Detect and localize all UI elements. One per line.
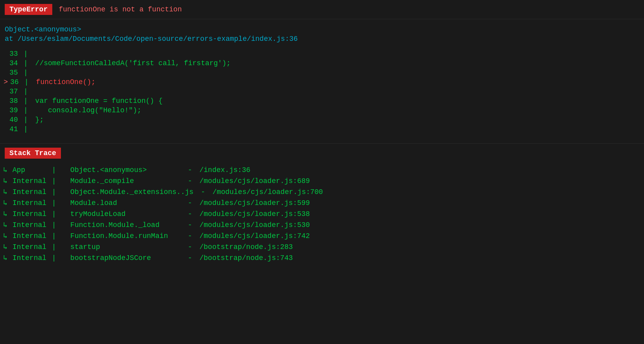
stack-entry-path: /modules/cjs/loader.js:700 [213, 188, 323, 196]
stack-entry-func: tryModuleLoad [70, 210, 180, 218]
stack-entry-separator: - [184, 243, 196, 251]
line-pipe: | [24, 106, 32, 114]
line-marker: > [0, 78, 8, 86]
stack-entry-func: startup [70, 243, 180, 251]
line-pipe: | [24, 78, 33, 86]
stack-arrow-icon: ↳ [3, 176, 12, 185]
stack-entry-pipe: | [52, 221, 69, 229]
line-number: 37 [8, 88, 24, 95]
stack-entry-separator: - [184, 166, 196, 174]
stack-entry-separator: - [184, 232, 196, 240]
stack-entry-pipe: | [52, 232, 69, 240]
line-marker [0, 116, 8, 124]
stack-entry-type: Internal [13, 254, 52, 262]
line-pipe: | [24, 125, 32, 133]
stack-entry-func: Function.Module.runMain [70, 232, 180, 240]
stack-entry-type: Internal [13, 199, 52, 207]
stack-arrow-icon: ↳ [3, 242, 12, 251]
stack-arrow-icon: ↳ [3, 231, 12, 240]
line-number: 33 [8, 50, 24, 58]
stack-entry-type: Internal [13, 188, 52, 196]
code-line: 34| //someFunctionCalledA('first call, f… [0, 59, 644, 68]
code-line: 33| [0, 49, 644, 59]
stack-entry-func: Module._compile [70, 177, 180, 185]
line-marker [0, 50, 8, 58]
error-header: TypeError functionOne is not a function [0, 0, 644, 19]
code-line: 37| [0, 87, 644, 96]
code-line: 41| [0, 124, 644, 134]
line-pipe: | [24, 116, 32, 124]
stack-arrow-icon: ↳ [3, 198, 12, 207]
stack-entry-separator: - [184, 199, 196, 207]
stack-entry-type: Internal [13, 177, 52, 185]
line-number: 34 [8, 59, 24, 67]
stack-entry-separator: - [184, 254, 196, 262]
stack-entry-path: /index.js:36 [199, 166, 250, 174]
line-content: //someFunctionCalledA('first call, first… [35, 59, 231, 67]
stack-arrow-icon: ↳ [3, 253, 12, 262]
code-line: >36| functionOne(); [0, 77, 644, 87]
line-marker [0, 106, 8, 114]
stack-entry-pipe: | [52, 210, 69, 218]
line-marker [0, 69, 8, 77]
stack-entries: ↳ App| Object.<anonymous> - /index.js:36… [0, 163, 644, 265]
line-content: functionOne(); [36, 78, 96, 86]
stack-entry-func: Function.Module._load [70, 221, 180, 229]
code-line: 39| console.log("Hello!"); [0, 106, 644, 115]
line-marker [0, 125, 8, 133]
line-number: 38 [8, 97, 24, 105]
stack-entry-func: Module.load [70, 199, 180, 207]
stack-entry: ↳ Internal| Function.Module.runMain - /m… [0, 230, 644, 241]
stack-entry-path: /bootstrap/node.js:283 [199, 243, 293, 251]
stack-entry: ↳ App| Object.<anonymous> - /index.js:36 [0, 164, 644, 175]
stack-entry-pipe: | [52, 188, 69, 196]
stack-entry-func: bootstrapNodeJSCore [70, 254, 180, 262]
stack-entry-type: App [13, 166, 52, 174]
line-pipe: | [24, 69, 32, 77]
line-number: 39 [8, 106, 24, 114]
code-line: 38| var functionOne = function() { [0, 96, 644, 106]
line-content: var functionOne = function() { [35, 97, 163, 105]
line-marker [0, 88, 8, 95]
line-number: 35 [8, 69, 24, 77]
stack-entry: ↳ Internal| bootstrapNodeJSCore - /boots… [0, 252, 644, 263]
stack-entry-func: Object.Module._extensions..js [70, 188, 193, 196]
line-number: 41 [8, 125, 24, 133]
error-type-badge: TypeError [5, 4, 52, 15]
stack-entry-path: /bootstrap/node.js:743 [199, 254, 293, 262]
line-number: 36 [9, 78, 24, 86]
stack-trace-badge: Stack Trace [5, 148, 61, 159]
stack-entry: ↳ Internal| Function.Module._load - /mod… [0, 219, 644, 230]
line-pipe: | [24, 97, 32, 105]
stack-entry-type: Internal [13, 232, 52, 240]
stack-entry-separator: - [184, 210, 196, 218]
line-pipe: | [24, 88, 32, 95]
stack-entry-pipe: | [52, 166, 69, 174]
line-pipe: | [24, 59, 32, 67]
stack-entry-path: /modules/cjs/loader.js:742 [199, 232, 310, 240]
code-block: 33| 34| //someFunctionCalledA('first cal… [0, 46, 644, 137]
stack-arrow-icon: ↳ [3, 187, 12, 196]
error-path: at /Users/eslam/Documents/Code/open-sour… [5, 35, 639, 43]
stack-entry-type: Internal [13, 243, 52, 251]
stack-entry: ↳ Internal| Module._compile - /modules/c… [0, 175, 644, 186]
code-line: 35| [0, 68, 644, 77]
line-content: }; [35, 116, 44, 124]
stack-entry-separator: - [184, 177, 196, 185]
stack-entry-path: /modules/cjs/loader.js:689 [199, 177, 310, 185]
stack-arrow-icon: ↳ [3, 209, 12, 218]
stack-entry-type: Internal [13, 210, 52, 218]
stack-entry-pipe: | [52, 243, 69, 251]
stack-trace-header: Stack Trace [0, 143, 644, 163]
error-location: Object.<anonymous> at /Users/eslam/Docum… [0, 19, 644, 46]
stack-entry-path: /modules/cjs/loader.js:538 [199, 210, 310, 218]
stack-entry-path: /modules/cjs/loader.js:599 [199, 199, 310, 207]
line-content: console.log("Hello!"); [35, 106, 142, 114]
stack-entry: ↳ Internal| startup - /bootstrap/node.js… [0, 241, 644, 252]
stack-entry: ↳ Internal| Object.Module._extensions..j… [0, 186, 644, 197]
stack-entry-path: /modules/cjs/loader.js:530 [199, 221, 310, 229]
stack-entry-pipe: | [52, 177, 69, 185]
stack-entry-type: Internal [13, 221, 52, 229]
stack-entry-separator: - [197, 188, 209, 196]
stack-arrow-icon: ↳ [3, 220, 12, 229]
